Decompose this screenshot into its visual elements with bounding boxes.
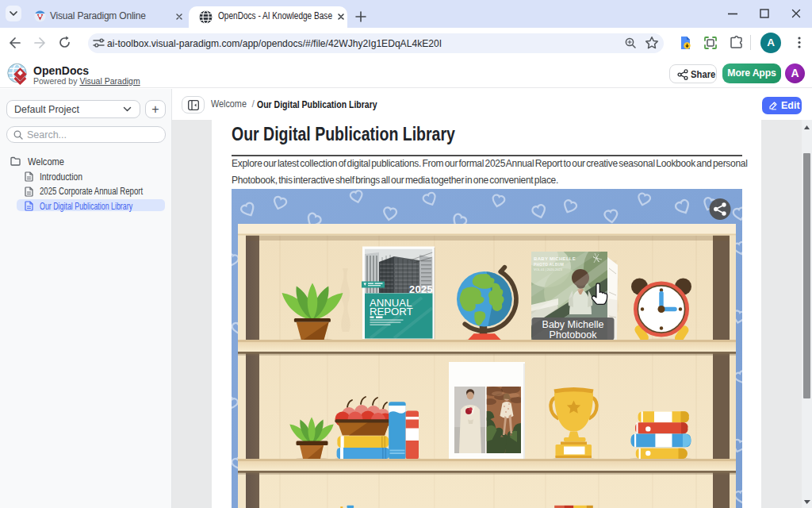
svg-text:Photobook: Photobook: [550, 329, 598, 341]
svg-text:REPORT: REPORT: [370, 306, 413, 318]
svg-text:Baby Michelle: Baby Michelle: [542, 319, 604, 330]
svg-text:2025: 2025: [409, 283, 433, 295]
svg-text:VOL.01 | 2020-2023: VOL.01 | 2020-2023: [534, 267, 563, 271]
svg-text:BABY MICHELLE: BABY MICHELLE: [534, 256, 576, 261]
svg-text:PHOTO ALBUM: PHOTO ALBUM: [534, 263, 564, 267]
